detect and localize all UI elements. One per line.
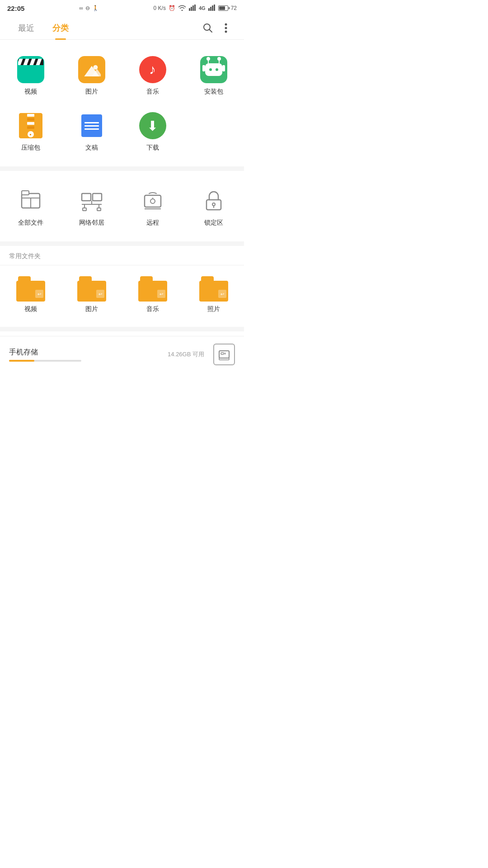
folder-music-label: 音乐	[146, 305, 159, 313]
infinity-icon: ∞	[79, 5, 83, 11]
battery-icon	[218, 5, 228, 11]
status-bar: 22:05 ∞ ⊖ 🚶 0 K/s ⏰ 4G	[0, 0, 244, 16]
walk-icon: 🚶	[92, 5, 99, 11]
folder-music[interactable]: ↩ 音乐	[122, 270, 183, 318]
apk-label: 安装包	[204, 88, 223, 96]
wifi-icon	[178, 5, 186, 12]
category-download[interactable]: ⬇ 下载	[122, 103, 183, 159]
svg-rect-0	[189, 8, 190, 11]
tool-remote[interactable]: 远程	[122, 178, 183, 234]
svg-point-33	[212, 203, 215, 206]
svg-rect-5	[210, 7, 211, 11]
signal2-icon	[208, 5, 216, 12]
locked-icon	[200, 187, 227, 214]
svg-rect-2	[192, 5, 194, 11]
folders-grid: ↩ 视频 ↩ 图片	[0, 265, 244, 327]
locked-label: 锁定区	[204, 219, 223, 227]
video-label: 视频	[24, 88, 37, 96]
allfiles-icon	[17, 187, 44, 214]
tool-allfiles[interactable]: 全部文件	[0, 178, 61, 234]
svg-rect-35	[219, 351, 229, 358]
folder-photo-label: 照片	[207, 305, 220, 313]
svg-rect-3	[194, 5, 196, 11]
video-icon	[17, 56, 44, 83]
tools-section: 全部文件 网络邻居	[0, 171, 244, 241]
nav-tabs: 最近 分类	[0, 16, 244, 40]
network-speed: 0 K/s	[154, 5, 166, 11]
empty-cell	[183, 103, 244, 159]
category-zip[interactable]: ● 压缩包	[0, 103, 61, 159]
zip-label: 压缩包	[21, 144, 40, 152]
status-time: 22:05	[7, 5, 24, 12]
folder-photo-icon: ↩	[199, 276, 228, 302]
svg-rect-20	[82, 193, 91, 201]
more-button[interactable]	[217, 19, 235, 37]
tab-recent[interactable]: 最近	[9, 16, 43, 40]
remote-label: 远程	[146, 219, 159, 227]
svg-line-9	[210, 29, 212, 32]
category-apk[interactable]: 安装包	[183, 47, 244, 103]
storage-info: 手机存储	[9, 348, 168, 362]
svg-rect-28	[145, 195, 161, 207]
robot-ear-left	[202, 65, 205, 71]
apk-icon	[200, 56, 227, 83]
download-label: 下载	[146, 144, 159, 152]
status-right: 0 K/s ⏰ 4G	[154, 5, 237, 12]
storage-available: 14.26GB 可用	[168, 350, 204, 359]
4g-icon: 4G	[199, 5, 206, 11]
tab-category[interactable]: 分类	[43, 16, 78, 40]
svg-point-10	[225, 23, 227, 25]
svg-rect-6	[212, 5, 213, 11]
folder-video-icon: ↩	[16, 276, 45, 302]
music-label: 音乐	[146, 88, 159, 96]
svg-rect-36	[221, 353, 224, 354]
category-image[interactable]: 图片	[61, 47, 122, 103]
category-video[interactable]: 视频	[0, 47, 61, 103]
doc-label: 文稿	[85, 144, 98, 152]
storage-bar-fill	[9, 360, 34, 362]
svg-rect-21	[93, 193, 102, 201]
alarm-icon: ⏰	[169, 5, 175, 11]
category-doc[interactable]: 文稿	[61, 103, 122, 159]
network-label: 网络邻居	[79, 219, 104, 227]
folder-photo[interactable]: ↩ 照片	[183, 270, 244, 318]
svg-rect-7	[214, 5, 215, 11]
storage-title: 手机存储	[9, 348, 168, 357]
folder-video-label: 视频	[24, 305, 37, 313]
signal-icon	[189, 5, 196, 12]
svg-rect-37	[225, 353, 225, 354]
image-label: 图片	[85, 88, 98, 96]
battery-percent: 72	[231, 5, 237, 11]
svg-rect-38	[219, 358, 229, 360]
tool-locked[interactable]: 锁定区	[183, 178, 244, 234]
storage-section: 手机存储 14.26GB 可用	[0, 336, 244, 373]
category-music[interactable]: ♪ 音乐	[122, 47, 183, 103]
folders-section: 常用文件夹 ↩ 视频 ↩	[0, 246, 244, 327]
clapperboard-icon	[18, 59, 43, 80]
robot-ear-right	[222, 65, 225, 71]
folder-image-icon: ↩	[77, 276, 106, 302]
folder-image[interactable]: ↩ 图片	[61, 270, 122, 318]
folder-video[interactable]: ↩ 视频	[0, 270, 61, 318]
tools-grid: 全部文件 网络邻居	[0, 178, 244, 234]
folder-music-icon: ↩	[138, 276, 167, 302]
svg-rect-32	[206, 200, 221, 210]
storage-icon[interactable]	[213, 344, 235, 365]
image-icon	[78, 56, 105, 83]
remote-icon	[139, 187, 166, 214]
svg-point-29	[150, 199, 155, 203]
tool-network[interactable]: 网络邻居	[61, 178, 122, 234]
divider-1	[0, 166, 244, 171]
status-icons: ∞ ⊖ 🚶	[79, 5, 99, 11]
robot-eye-left	[209, 68, 212, 71]
network-icon	[78, 187, 105, 214]
divider-2	[0, 241, 244, 246]
doc-icon	[78, 112, 105, 139]
zip-icon: ●	[17, 112, 44, 139]
download-icon: ⬇	[139, 112, 166, 139]
svg-rect-26	[83, 208, 86, 211]
allfiles-label: 全部文件	[18, 219, 43, 227]
search-button[interactable]	[199, 19, 217, 37]
folder-image-label: 图片	[85, 305, 98, 313]
category-grid-row1: 视频 图片 ♪ 音乐	[0, 47, 244, 103]
